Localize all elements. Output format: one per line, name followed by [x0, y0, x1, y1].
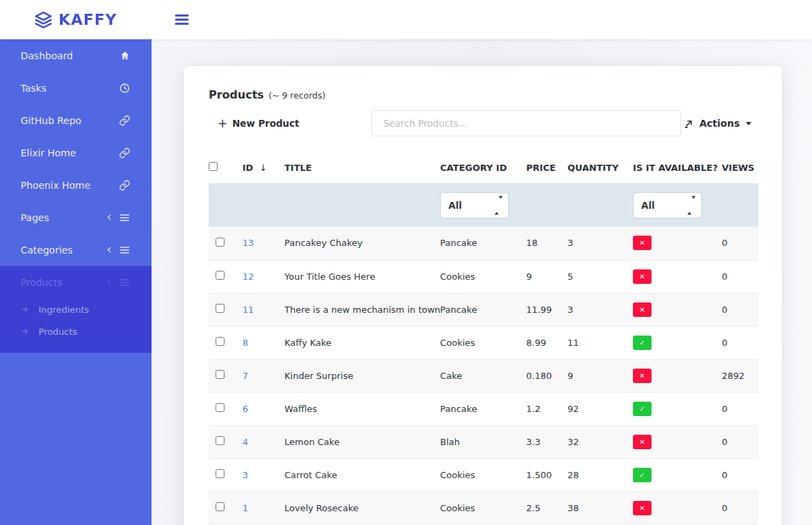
- sidebar-subitem-products[interactable]: Products: [0, 320, 152, 342]
- sidebar-subitem-ingredients[interactable]: Ingredients: [0, 298, 152, 320]
- sidebar-toggle-button[interactable]: [175, 12, 189, 27]
- row-checkbox[interactable]: [216, 436, 225, 445]
- column-header-views[interactable]: VIEWS: [722, 153, 758, 183]
- cell-views: 0: [722, 326, 758, 359]
- cell-views: 0: [722, 260, 758, 293]
- link-icon: [119, 147, 130, 158]
- table-row: 1Lovely RosecakeCookies2.538✕0: [209, 491, 758, 524]
- cell-category: Cookies: [440, 260, 526, 293]
- row-id-link[interactable]: 4: [242, 437, 248, 447]
- cell-quantity: 9: [568, 359, 633, 392]
- table-row: 11There is a new mechanism in townPancak…: [209, 293, 758, 326]
- row-id-link[interactable]: 1: [242, 503, 248, 513]
- availability-badge: ✓: [633, 468, 652, 482]
- chevron-left-icon: [105, 245, 114, 254]
- sidebar-item-phoenix-home[interactable]: Phoenix Home: [0, 169, 152, 201]
- cell-title: Lovely Rosecake: [284, 491, 440, 524]
- row-checkbox[interactable]: [216, 238, 225, 247]
- menu-icon: [119, 277, 130, 288]
- sidebar-item-pages[interactable]: Pages: [0, 201, 152, 234]
- table-row: 6WafflesPancake1.292✓0: [209, 392, 758, 425]
- cell-views: 0: [722, 227, 758, 260]
- row-checkbox[interactable]: [216, 502, 225, 511]
- sidebar-section-products: Products Ingredients Products: [0, 266, 152, 353]
- sidebar-item-categories[interactable]: Categories: [0, 234, 152, 266]
- cell-category: Pancake: [440, 227, 526, 260]
- column-header-quantity[interactable]: QUANTITY: [568, 153, 633, 183]
- cell-price: 8.99: [526, 326, 568, 359]
- layers-icon: [34, 11, 52, 29]
- search-input[interactable]: [371, 110, 681, 136]
- arrow-up-right-icon: [684, 119, 694, 129]
- row-checkbox[interactable]: [216, 469, 225, 478]
- row-id-link[interactable]: 11: [242, 305, 254, 315]
- row-checkbox[interactable]: [216, 370, 225, 379]
- sidebar-item-label: Categories: [21, 245, 72, 256]
- actions-label: Actions: [699, 118, 740, 129]
- availability-filter-select[interactable]: All: [633, 192, 702, 218]
- column-header-id[interactable]: ID↓: [242, 153, 284, 183]
- sidebar-item-label: Pages: [21, 212, 49, 223]
- row-checkbox[interactable]: [216, 304, 225, 313]
- sidebar-item-label: GitHub Repo: [21, 115, 81, 126]
- sidebar-item-github-repo[interactable]: GitHub Repo: [0, 104, 152, 136]
- main-content: Products (~ 9 records) + New Product Act…: [152, 39, 812, 525]
- cell-quantity: 28: [568, 458, 633, 491]
- cell-price: 1.2: [526, 392, 568, 425]
- cell-title: Carrot Cake: [284, 458, 440, 491]
- cell-quantity: 11: [568, 326, 633, 359]
- cell-price: 3.3: [526, 425, 568, 458]
- cell-title: Kaffy Kake: [284, 326, 440, 359]
- toolbar: + New Product Actions: [209, 110, 757, 137]
- row-id-link[interactable]: 6: [242, 404, 248, 414]
- sidebar-item-label: Dashboard: [21, 50, 73, 61]
- cell-title: Lemon Cake: [284, 425, 440, 458]
- column-header-category[interactable]: CATEGORY ID: [440, 153, 526, 183]
- cell-title: There is a new mechanism in town: [284, 293, 440, 326]
- actions-dropdown-button[interactable]: Actions: [684, 118, 751, 129]
- table-row: 7Kinder SurpriseCake0.1809✕2892: [209, 359, 758, 392]
- category-filter-select[interactable]: All: [440, 192, 509, 218]
- cell-category: Cookies: [440, 491, 526, 524]
- cell-title: Waffles: [284, 392, 440, 425]
- availability-badge: ✕: [633, 369, 652, 383]
- column-header-title[interactable]: TITLE: [284, 153, 440, 183]
- column-header-price[interactable]: PRICE: [526, 153, 568, 183]
- sidebar-item-elixir-home[interactable]: Elixir Home: [0, 136, 152, 169]
- row-checkbox[interactable]: [216, 271, 225, 280]
- cell-views: 0: [722, 392, 758, 425]
- cell-category: Cookies: [440, 458, 526, 491]
- sidebar-item-dashboard[interactable]: Dashboard: [0, 39, 152, 72]
- brand-logo[interactable]: KAFFY: [0, 11, 152, 29]
- new-product-button[interactable]: + New Product: [218, 118, 299, 130]
- records-count: (~ 9 records): [269, 90, 326, 101]
- table-row: 4Lemon CakeBlah3.332✕0: [209, 425, 758, 458]
- sidebar-item-products[interactable]: Products: [0, 266, 152, 298]
- clock-icon: [119, 83, 130, 94]
- availability-badge: ✓: [633, 402, 652, 416]
- select-all-checkbox[interactable]: [209, 162, 218, 171]
- top-header: KAFFY: [0, 0, 812, 39]
- row-checkbox[interactable]: [216, 337, 225, 346]
- row-id-link[interactable]: 7: [242, 371, 248, 381]
- cell-quantity: 3: [568, 227, 633, 260]
- table-row: 12Your Title Goes HereCookies95✕0: [209, 260, 758, 293]
- arrow-right-icon: [21, 327, 29, 336]
- row-id-link[interactable]: 13: [242, 238, 254, 248]
- cell-price: 18: [526, 227, 568, 260]
- table-row: 13Pancakey ChakeyPancake183✕0: [209, 227, 758, 260]
- cell-quantity: 38: [568, 491, 633, 524]
- sidebar-item-tasks[interactable]: Tasks: [0, 72, 152, 104]
- row-id-link[interactable]: 3: [242, 470, 248, 480]
- sidebar-nav: Dashboard Tasks GitHub Repo Elixir Home …: [0, 39, 152, 525]
- cell-quantity: 92: [568, 392, 633, 425]
- sidebar-section-categories: Categories: [0, 234, 152, 266]
- new-product-label: New Product: [232, 118, 299, 129]
- cell-views: 0: [722, 293, 758, 326]
- row-checkbox[interactable]: [216, 403, 225, 412]
- column-header-available[interactable]: IS IT AVAILABLE?: [633, 153, 722, 183]
- row-id-link[interactable]: 12: [242, 271, 254, 282]
- hamburger-icon: [175, 14, 189, 17]
- row-id-link[interactable]: 8: [242, 338, 248, 348]
- chevron-left-icon: [105, 213, 114, 222]
